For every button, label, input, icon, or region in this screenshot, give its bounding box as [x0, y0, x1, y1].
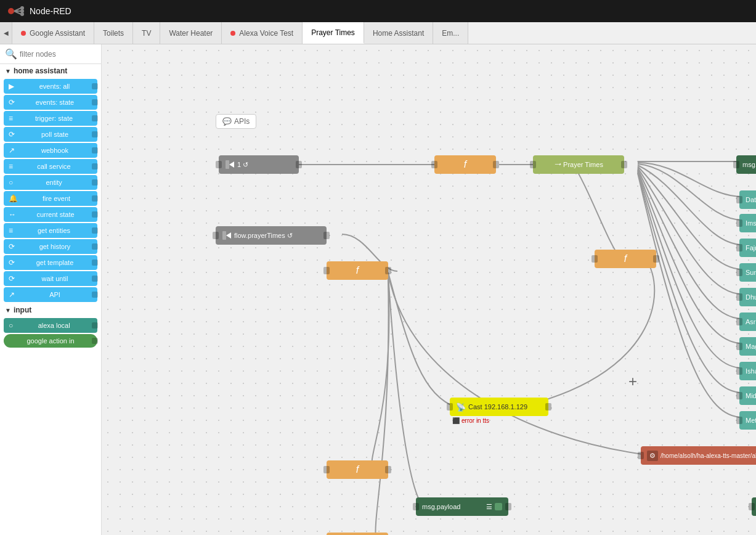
sidebar-group-home-assistant[interactable]: ▼ home assistant [0, 64, 101, 78]
node-msg-payload1[interactable]: msg.payload ☰ [736, 155, 756, 174]
sidebar-node-entity[interactable]: ○ entity [4, 175, 97, 190]
node-isha-label: Isha [746, 367, 756, 375]
tab-home-assistant[interactable]: Home Assistant [364, 22, 433, 44]
svg-marker-8 [229, 161, 234, 168]
sidebar-node-trigger-state[interactable]: ≡ trigger: state [4, 111, 97, 126]
node-exec[interactable]: ⚙ /home/alsolh/ha-alexa-tts-master/alexa… [641, 446, 756, 465]
sidebar-node-call-service[interactable]: ≡ call service [4, 159, 97, 174]
port-left-date [736, 196, 742, 203]
node-imsak[interactable]: Imsak abc [739, 214, 756, 232]
port-left-msgpayload1 [733, 161, 739, 168]
node-inject1-label: 1 ↺ [237, 161, 248, 169]
tab-google-assistant[interactable]: Google Assistant [12, 22, 94, 44]
sidebar-node-alexa-local[interactable]: ○ alexa local [4, 318, 97, 333]
poll-state-icon: ⟳ [9, 130, 15, 139]
port-right-inject2 [323, 232, 330, 239]
sidebar-node-events-all[interactable]: ▶ events: all [4, 79, 97, 94]
tab-tv[interactable]: TV [133, 22, 160, 44]
node-midnight[interactable]: Midnight abc [739, 386, 756, 405]
port-right [92, 179, 98, 186]
port-left-prayer [530, 161, 536, 168]
tab-water-heater[interactable]: Water Heater [160, 22, 222, 44]
wire-prayer-func3 [571, 161, 620, 258]
wire-func3-cast [514, 258, 654, 408]
node-msg-payload2[interactable]: msg.payload ☰ [416, 497, 508, 516]
port-left-func2 [323, 267, 330, 274]
sidebar-node-current-state[interactable]: ↔ current state [4, 207, 97, 222]
current-state-icon: ↔ [9, 210, 16, 219]
node-date[interactable]: Date abc [739, 190, 756, 209]
port-right-msgpayload2 [505, 503, 511, 510]
node-cast-error-text: error in tts [461, 417, 489, 424]
node-func2[interactable]: f [327, 261, 388, 280]
node-date-label: Date [746, 196, 756, 203]
app-title: Node-RED [30, 6, 71, 16]
fire-event-icon: 🔔 [9, 194, 18, 203]
node-sunrise[interactable]: Sunrise abc [739, 263, 756, 282]
sidebar-node-events-state[interactable]: ⟳ events: state [4, 95, 97, 110]
sidebar-node-get-history[interactable]: ⟳ get history [4, 239, 97, 254]
tab-scroll-left[interactable]: ◀ [0, 22, 12, 44]
node-cast[interactable]: 📡 Cast 192.168.1.129 [450, 398, 548, 416]
app-logo [7, 5, 25, 17]
node-asr[interactable]: Asr abc [739, 312, 756, 331]
wire-func2-exec [388, 274, 643, 454]
port-right [92, 243, 98, 250]
sidebar-node-events-state-label: events: state [17, 99, 92, 106]
port-right [92, 276, 98, 282]
node-msg-payload2-label: msg.payload [422, 503, 460, 510]
port-left-maghrib [736, 343, 742, 350]
port-right [92, 259, 98, 266]
sidebar-node-api[interactable]: ↗ API [4, 287, 97, 302]
tabbar: ◀ Google Assistant Toilets TV Water Heat… [0, 22, 756, 44]
node-isha[interactable]: Isha abc [739, 362, 756, 380]
sidebar-node-get-entities[interactable]: ≡ get entities [4, 223, 97, 238]
sidebar-node-get-template-label: get template [17, 259, 92, 266]
node-exec-label: /home/alsolh/ha-alexa-tts-master/alexa_r… [660, 452, 756, 459]
node-msg-payload1-label: msg.payload [742, 161, 756, 168]
port-right [92, 83, 98, 89]
node-inject1[interactable]: 1 ↺ [219, 155, 299, 174]
wire-func2-func5 [375, 277, 388, 535]
tab-toilets[interactable]: Toilets [94, 22, 133, 44]
node-func1-label: f [464, 159, 466, 170]
sidebar-search-bar[interactable]: 🔍 [0, 44, 101, 64]
port-right [92, 211, 98, 218]
node-func3[interactable]: f [595, 250, 656, 268]
comment-apis[interactable]: APIs [216, 114, 256, 129]
node-maghrib[interactable]: Maghrib & Iftar abc [739, 337, 756, 356]
node-fajr[interactable]: Fajr abc [739, 239, 756, 257]
sidebar-group-input[interactable]: ▼ input [0, 303, 101, 317]
port-left-isha [736, 367, 742, 375]
sidebar-node-fire-event[interactable]: 🔔 fire event [4, 191, 97, 206]
node-dhuhr[interactable]: Dhuhr abc [739, 288, 756, 306]
sidebar-node-poll-state[interactable]: ⟳ poll state [4, 127, 97, 142]
node-func5[interactable]: f [327, 533, 388, 535]
node-maghrib-label: Maghrib & Iftar [746, 343, 756, 350]
port-right [92, 115, 98, 121]
node-prayer-times[interactable]: ⭢ Prayer Times [533, 155, 624, 174]
wire-prayer-date [638, 163, 742, 197]
sidebar-node-google-action-in[interactable]: google action in [4, 334, 97, 348]
node-methode[interactable]: Methode abc [739, 411, 756, 430]
node-func4[interactable]: f [327, 460, 388, 479]
tab-label-google-assistant: Google Assistant [30, 29, 85, 38]
node-inject2[interactable]: flow.prayerTimes ↺ [216, 226, 327, 245]
tab-prayer-times[interactable]: Prayer Times [303, 22, 364, 44]
tab-alexa-voice-test[interactable]: Alexa Voice Test [222, 22, 303, 44]
port-right-func1 [493, 161, 499, 168]
tab-em[interactable]: Em... [433, 22, 468, 44]
sidebar-node-poll-state-label: poll state [17, 131, 92, 138]
search-input[interactable] [20, 50, 96, 59]
cast-icon: 📡 [456, 402, 466, 412]
sidebar-node-webhook[interactable]: ↗ webhook [4, 143, 97, 158]
wire-prayer-fajr [638, 165, 742, 245]
flow-canvas[interactable]: APIs 1 ↺ flow.prayerTimes ↺ f [102, 44, 756, 535]
node-msg-out[interactable]: msg ☰ [752, 497, 756, 516]
wire-func2-cast [388, 272, 458, 408]
node-func1[interactable]: f [434, 155, 496, 174]
sidebar-node-wait-until[interactable]: ⟳ wait until [4, 271, 97, 286]
sidebar-node-get-template[interactable]: ⟳ get template [4, 255, 97, 270]
tab-label-prayer-times: Prayer Times [311, 28, 355, 37]
api-icon: ↗ [9, 290, 15, 299]
